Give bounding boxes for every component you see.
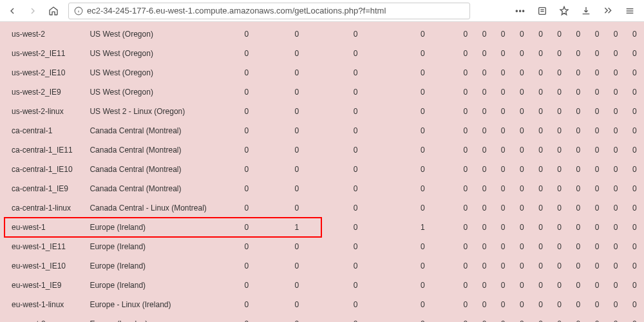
locations-table: us-west-2US West (Oregon)00000000000000u…: [0, 24, 644, 322]
cell-value: 0: [587, 140, 606, 160]
cell-value: 0: [550, 63, 569, 82]
cell-value: 0: [625, 44, 644, 63]
cell-value: 0: [625, 121, 644, 140]
cell-value: 0: [475, 295, 493, 314]
cell-value: 0: [475, 121, 493, 140]
region-id: eu-west-1_IE9: [0, 276, 87, 295]
overflow-icon[interactable]: [600, 3, 616, 19]
region-location: US West (Oregon): [87, 82, 221, 102]
cell-value: 0: [513, 140, 531, 160]
cell-value: 0: [322, 179, 389, 198]
table-row: us-west-2-linuxUS West 2 - Linux (Oregon…: [0, 102, 644, 121]
table-row: us-west-2_IE10US West (Oregon)0000000000…: [0, 63, 644, 82]
more-icon[interactable]: •••: [513, 3, 528, 19]
cell-value: 0: [222, 218, 272, 237]
cell-value: 0: [322, 314, 389, 322]
cell-value: 0: [322, 121, 389, 140]
region-id: us-west-2-linux: [0, 102, 87, 121]
cell-value: 0: [569, 276, 587, 295]
cell-value: 0: [513, 237, 531, 256]
region-id: us-west-2_IE9: [0, 82, 87, 102]
cell-value: 0: [494, 102, 513, 121]
cell-value: 0: [625, 82, 644, 102]
cell-value: 0: [550, 295, 569, 314]
cell-value: 0: [272, 256, 322, 276]
cell-value: 0: [456, 295, 475, 314]
cell-value: 0: [531, 198, 550, 218]
back-button[interactable]: [4, 3, 21, 19]
region-id: eu-west-1_IE11: [0, 237, 87, 256]
cell-value: 0: [456, 24, 475, 44]
cell-value: 0: [475, 314, 493, 322]
cell-value: 0: [625, 276, 644, 295]
cell-value: 0: [569, 314, 587, 322]
cell-value: 0: [456, 276, 475, 295]
cell-value: 0: [475, 256, 493, 276]
cell-value: 0: [322, 102, 389, 121]
region-id: ca-central-1_IE11: [0, 140, 87, 160]
region-id: us-west-2_IE10: [0, 63, 87, 82]
bookmark-icon[interactable]: [556, 3, 572, 19]
menu-icon[interactable]: [622, 3, 638, 19]
url-bar[interactable]: ec2-34-245-177-6.eu-west-1.compute.amazo…: [68, 3, 470, 19]
cell-value: 0: [531, 44, 550, 63]
cell-value: 0: [513, 160, 531, 179]
cell-value: 0: [322, 218, 389, 237]
cell-value: 0: [322, 295, 389, 314]
cell-value: 0: [389, 63, 456, 82]
cell-value: 0: [222, 198, 272, 218]
cell-value: 0: [494, 179, 513, 198]
cell-value: 0: [531, 140, 550, 160]
cell-value: 0: [550, 314, 569, 322]
cell-value: 0: [272, 82, 322, 102]
forward-button[interactable]: [24, 3, 41, 19]
toolbar-right: •••: [513, 3, 638, 19]
cell-value: 0: [494, 198, 513, 218]
cell-value: 0: [587, 63, 606, 82]
region-location: Europe (Ireland): [87, 237, 221, 256]
table-row: us-west-2US West (Oregon)00000000000000: [0, 24, 644, 44]
region-id: ca-central-1-linux: [0, 198, 87, 218]
reader-icon[interactable]: [535, 3, 550, 19]
table-row: us-west-2_IE11US West (Oregon)0000000000…: [0, 44, 644, 63]
cell-value: 0: [389, 237, 456, 256]
home-button[interactable]: [45, 3, 62, 19]
cell-value: 0: [531, 237, 550, 256]
cell-value: 0: [625, 179, 644, 198]
cell-value: 0: [550, 237, 569, 256]
cell-value: 0: [456, 160, 475, 179]
cell-value: 0: [587, 44, 606, 63]
cell-value: 0: [456, 314, 475, 322]
table-row: eu-west-1Europe (Ireland)01010000000000: [0, 218, 644, 237]
cell-value: 0: [322, 256, 389, 276]
region-location: US West (Oregon): [87, 63, 221, 82]
cell-value: 0: [475, 160, 493, 179]
region-location: Europe (Ireland): [87, 256, 221, 276]
download-icon[interactable]: [578, 3, 594, 19]
cell-value: 0: [456, 218, 475, 237]
table-row: us-west-2_IE9US West (Oregon)00000000000…: [0, 82, 644, 102]
cell-value: 0: [322, 24, 389, 44]
cell-value: 0: [272, 160, 322, 179]
info-icon[interactable]: [74, 6, 83, 15]
cell-value: 0: [494, 140, 513, 160]
cell-value: 0: [569, 256, 587, 276]
cell-value: 0: [569, 160, 587, 179]
region-location: Canada Central (Montreal): [87, 140, 221, 160]
table-row: eu-west-1_IE9Europe (Ireland)00000000000…: [0, 276, 644, 295]
cell-value: 0: [625, 140, 644, 160]
cell-value: 0: [569, 140, 587, 160]
cell-value: 0: [222, 140, 272, 160]
cell-value: 0: [222, 121, 272, 140]
region-location: Europe - Linux (Ireland): [87, 295, 221, 314]
cell-value: 0: [322, 276, 389, 295]
table-row: ca-central-1_IE10Canada Central (Montrea…: [0, 160, 644, 179]
cell-value: 0: [531, 218, 550, 237]
cell-value: 0: [272, 44, 322, 63]
cell-value: 0: [272, 121, 322, 140]
cell-value: 0: [456, 140, 475, 160]
cell-value: 0: [222, 237, 272, 256]
cell-value: 0: [456, 44, 475, 63]
cell-value: 0: [587, 276, 606, 295]
cell-value: 0: [456, 256, 475, 276]
